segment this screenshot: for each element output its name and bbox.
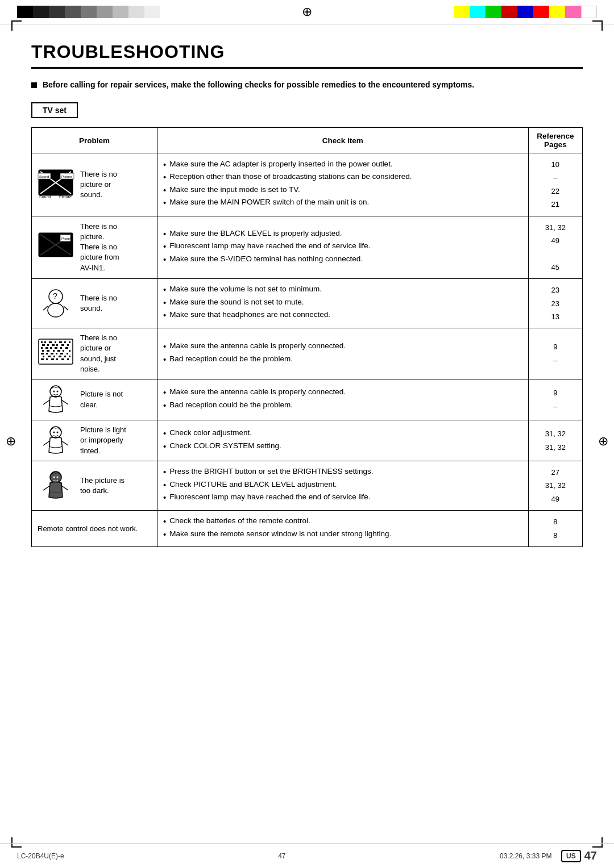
svg-rect-41 — [65, 347, 68, 349]
top-bar: ⊕ — [0, 0, 614, 24]
problem-cell-1: Sound Picture Sound Picture There is nop… — [32, 153, 157, 216]
ref-cell-2: 31, 324945 — [528, 216, 582, 279]
corner-decoration-tl — [11, 20, 22, 31]
check-cell-7: Press the BRIGHT button or set the BRIGH… — [157, 461, 528, 511]
svg-point-67 — [53, 390, 55, 392]
check-cell-5: Make sure the antenna cable is properly … — [157, 379, 528, 420]
check-item: Make sure that headphones are not connec… — [163, 310, 522, 321]
footer-left: LC-20B4U(E)-e — [17, 852, 64, 860]
svg-text:Picture: Picture — [59, 195, 72, 199]
table-row: ? There is nosound. Mak — [32, 279, 583, 328]
ref-cell-5: 9– — [528, 379, 582, 420]
svg-rect-24 — [44, 341, 46, 343]
check-item: Make sure the antenna cable is properly … — [163, 387, 522, 398]
svg-rect-32 — [52, 344, 55, 346]
svg-rect-62 — [51, 358, 54, 360]
col-header-problem: Problem — [32, 128, 157, 153]
problem-cell-5: Picture is notclear. — [32, 379, 157, 420]
svg-rect-50 — [51, 353, 53, 354]
problem-cell-3: ? There is nosound. — [32, 279, 157, 328]
svg-point-68 — [57, 390, 59, 392]
swatch-lightgray2 — [128, 6, 144, 18]
table-row: Picture There is nopicture.There is nopi… — [32, 216, 583, 279]
check-item: Make sure the sound is not set to mute. — [163, 297, 522, 308]
ref-cell-8: 88 — [528, 511, 582, 547]
problem-cell-4: There is nopicture orsound, justnoise. — [32, 328, 157, 379]
ref-numbers-7: 2731, 3249 — [534, 466, 576, 506]
check-item: Make sure the volume is not set to minim… — [163, 284, 522, 295]
problem-text-8: Remote control does not work. — [38, 524, 138, 534]
col-header-check: Check item — [157, 128, 528, 153]
svg-line-69 — [43, 400, 50, 404]
swatch-green — [486, 6, 501, 18]
svg-rect-57 — [59, 356, 61, 357]
check-item: Check PICTURE and BLACK LEVEL adjustment… — [163, 479, 522, 491]
ref-numbers-3: 232313 — [534, 283, 576, 323]
problem-text-4: There is nopicture orsound, justnoise. — [80, 333, 117, 374]
problem-text-3: There is nosound. — [80, 293, 117, 314]
swatch-darkgray2 — [49, 6, 65, 18]
footer-datetime: 03.2.26, 3:33 PM — [500, 852, 551, 860]
swatch-yellow2 — [549, 6, 565, 18]
light-tinted-icon — [38, 425, 74, 456]
col-header-ref: ReferencePages — [528, 128, 582, 153]
intro-text: Before calling for repair services, make… — [43, 80, 474, 89]
problem-text-5: Picture is notclear. — [80, 389, 123, 410]
page-title: TROUBLESHOOTING — [31, 41, 583, 69]
svg-point-78 — [57, 477, 59, 478]
check-item: Reception other than those of broadcasti… — [163, 172, 522, 183]
svg-rect-51 — [56, 353, 57, 354]
check-item: Fluorescent lamp may have reached the en… — [163, 241, 522, 252]
svg-rect-58 — [64, 356, 66, 357]
ref-numbers-2: 31, 324945 — [534, 221, 576, 274]
table-row: Picture is notclear. Make sure the anten… — [32, 379, 583, 420]
table-row: The picture istoo dark. Press the BRIGHT… — [32, 461, 583, 511]
problem-cell-2: Picture There is nopicture.There is nopi… — [32, 216, 157, 279]
svg-rect-31 — [47, 344, 49, 346]
ref-cell-7: 2731, 3249 — [528, 461, 582, 511]
svg-rect-28 — [64, 341, 66, 343]
svg-rect-23 — [41, 341, 43, 343]
svg-line-80 — [61, 486, 68, 490]
svg-rect-37 — [45, 347, 48, 349]
svg-rect-63 — [56, 358, 58, 360]
swatch-gray1 — [65, 6, 81, 18]
svg-rect-49 — [46, 353, 48, 354]
svg-rect-25 — [49, 341, 52, 343]
color-swatches — [454, 6, 597, 18]
swatch-blue — [517, 6, 533, 18]
svg-rect-26 — [55, 341, 56, 343]
svg-text:Picture: Picture — [61, 175, 72, 178]
svg-point-77 — [53, 477, 55, 478]
svg-line-20 — [64, 306, 68, 310]
side-crosshair-left-icon: ⊕ — [6, 434, 16, 449]
grayscale-swatches — [17, 6, 160, 18]
table-row: Picture is lightor improperlytinted. Che… — [32, 420, 583, 461]
check-item: Check the batteries of the remote contro… — [163, 516, 522, 527]
table-row: There is nopicture orsound, justnoise. M… — [32, 328, 583, 379]
check-item: Make sure the S-VIDEO terminal has nothi… — [163, 254, 522, 265]
svg-rect-42 — [42, 350, 44, 352]
check-item: Make sure the AC adapter is properly ins… — [163, 159, 522, 170]
no-picture-icon: Picture — [38, 232, 74, 263]
check-item: Make sure the remote sensor window is no… — [163, 529, 522, 540]
page-badge: US 47 — [561, 849, 597, 862]
svg-rect-33 — [56, 344, 58, 346]
check-item: Fluorescent lamp may have reached the en… — [163, 492, 522, 503]
svg-rect-38 — [50, 347, 52, 349]
check-item: Make sure the MAIN POWER switch of the m… — [163, 197, 522, 208]
troubleshooting-table: Problem Check item ReferencePages — [31, 127, 583, 547]
problem-text-7: The picture istoo dark. — [80, 475, 125, 496]
not-clear-icon — [38, 384, 74, 415]
svg-rect-44 — [53, 350, 55, 352]
svg-point-18 — [48, 303, 64, 317]
table-row: Sound Picture Sound Picture There is nop… — [32, 153, 583, 216]
svg-rect-45 — [57, 350, 60, 352]
check-cell-3: Make sure the volume is not set to minim… — [157, 279, 528, 328]
svg-rect-29 — [69, 341, 70, 343]
noise-icon — [38, 338, 74, 369]
swatch-red — [501, 6, 517, 18]
check-item: Bad reception could be the problem. — [163, 400, 522, 411]
svg-rect-48 — [41, 353, 44, 354]
check-item: Press the BRIGHT button or set the BRIGH… — [163, 466, 522, 478]
